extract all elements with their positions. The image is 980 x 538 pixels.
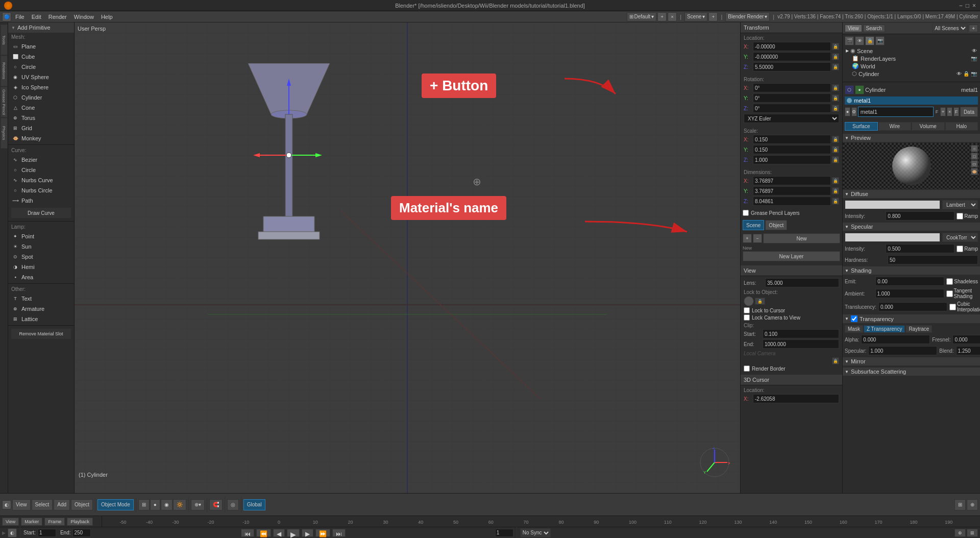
euler-dropdown[interactable]: XYZ Euler (744, 114, 839, 123)
new-material-btn[interactable]: New (763, 233, 840, 243)
specular-trans-input[interactable] (868, 346, 937, 355)
menu-file[interactable]: File (12, 13, 28, 21)
preview-section-header[interactable]: Preview (843, 134, 980, 142)
specular-section-header[interactable]: Specular (843, 223, 980, 231)
diffuse-color-bar[interactable] (845, 200, 940, 209)
screen-delete-btn[interactable]: × (668, 12, 677, 21)
volume-tab[interactable]: Volume (912, 122, 945, 131)
lock-object-btn[interactable]: 🔒 (755, 298, 765, 305)
location-y-lock[interactable]: 🔒 (832, 53, 839, 60)
rotation-z-lock[interactable]: 🔒 (832, 105, 839, 112)
add-primitive-header[interactable]: Add Primitive (8, 22, 74, 33)
tab-physics[interactable]: Physics (1, 118, 8, 149)
timeline-icon-1[interactable]: ⊕ (954, 529, 966, 537)
mesh-cylinder[interactable]: ⬡ Cylinder (8, 92, 74, 103)
location-z-input[interactable] (753, 62, 831, 71)
mesh-cube[interactable]: ⬜ Cube (8, 52, 74, 62)
timeline-frame-btn[interactable]: Frame (44, 518, 65, 526)
mesh-circle[interactable]: ○ Circle (8, 62, 74, 72)
surface-tab[interactable]: Surface (845, 122, 878, 131)
location-x-input[interactable] (753, 42, 831, 51)
jump-end-btn[interactable]: ⏭ (332, 529, 346, 537)
next-keyframe-btn[interactable]: ▶ (302, 529, 313, 537)
preview-plane-btn[interactable]: ▭ (971, 160, 978, 167)
alpha-input[interactable] (861, 335, 930, 344)
lock-camera-checkbox[interactable] (744, 314, 750, 321)
mesh-uv-sphere[interactable]: ◉ UV Sphere (8, 72, 74, 82)
pivot-dropdown[interactable]: ⊕▾ (191, 499, 205, 510)
scale-z-input[interactable] (753, 155, 831, 164)
cursor-x-input[interactable] (753, 394, 839, 403)
screen-add-btn[interactable]: + (657, 12, 667, 21)
tree-scene[interactable]: ▶ ◉ Scene 👁 (845, 47, 978, 55)
mat-fake-user-icon[interactable]: F (953, 107, 959, 116)
curve-nurbs-circle[interactable]: ○ Nurbs Circle (8, 185, 74, 195)
transform-space-btn[interactable]: Global (243, 499, 265, 510)
preview-sphere-btn[interactable]: ○ (971, 145, 978, 152)
menu-render[interactable]: Render (45, 13, 70, 21)
tab-grease-pencil[interactable]: Grease Pencil (1, 87, 8, 117)
lamp-area[interactable]: ▪ Area (8, 272, 74, 282)
dimension-x-input[interactable] (753, 176, 831, 185)
mirror-section-header[interactable]: Mirror (843, 357, 980, 365)
location-y-input[interactable] (753, 52, 831, 61)
mesh-monkey[interactable]: 🐵 Monkey (8, 133, 74, 143)
dimension-y-input[interactable] (753, 186, 831, 195)
diffuse-section-header[interactable]: Diffuse (843, 190, 980, 198)
specular-ramp-check[interactable] (957, 246, 963, 252)
dimension-y-lock[interactable]: 🔒 (832, 187, 839, 194)
window-controls[interactable]: − □ × (959, 2, 976, 9)
timeline-icon-2[interactable]: ⊞ (967, 529, 978, 537)
add-menu-btn[interactable]: Add (54, 499, 70, 510)
mat-new-single-user-icon[interactable]: + (940, 107, 946, 116)
tab-relations[interactable]: Relations (1, 56, 8, 86)
local-camera-lock[interactable]: 🔒 (832, 357, 839, 364)
dimension-z-lock[interactable]: 🔒 (832, 198, 839, 205)
specular-intensity-input[interactable] (886, 244, 954, 253)
scene-icon-4[interactable]: 📷 (875, 36, 885, 45)
prev-keyframe-btn[interactable]: ◀ (273, 529, 285, 537)
curve-bezier[interactable]: ∿ Bezier (8, 155, 74, 165)
data-btn[interactable]: Data (960, 107, 978, 117)
lamp-hemi[interactable]: ◑ Hemi (8, 262, 74, 272)
mesh-cone[interactable]: △ Cone (8, 103, 74, 113)
rotation-x-input[interactable] (753, 83, 831, 92)
translucency-input[interactable] (878, 302, 947, 311)
viewport-type-icon[interactable]: ◐ (2, 500, 11, 509)
grease-pencil-checkbox[interactable] (743, 210, 749, 216)
tree-world[interactable]: 🌍 World (845, 62, 978, 70)
mask-tab-btn[interactable]: Mask (845, 325, 863, 333)
material-shading-btn[interactable]: ◉ (161, 499, 173, 510)
material-list-item[interactable]: metal1 (845, 96, 978, 105)
lamp-spot[interactable]: ⊙ Spot (8, 252, 74, 262)
tab-tools[interactable]: Tools (1, 25, 8, 55)
diffuse-shader-dropdown[interactable]: Lambert (942, 200, 978, 209)
new-layer-btn[interactable]: New Layer (743, 251, 840, 261)
scene-icon-1[interactable]: 🎬 (845, 36, 854, 45)
object-btn[interactable]: Object (765, 220, 787, 230)
dimension-z-input[interactable] (753, 197, 831, 206)
tree-cylinder[interactable]: ⬡ Cylinder 👁 🔒 📷 (845, 70, 978, 78)
object-menu-btn[interactable]: Object (71, 499, 93, 510)
snap-btn[interactable]: 🧲 (209, 499, 223, 510)
next-frame-btn[interactable]: ⏩ (315, 529, 330, 537)
play-btn[interactable]: ▶ (287, 529, 300, 537)
menu-window[interactable]: Window (71, 13, 97, 21)
draw-curve-btn[interactable]: Draw Curve (11, 208, 71, 218)
mesh-ico-sphere[interactable]: ◈ Ico Sphere (8, 82, 74, 92)
location-z-lock[interactable]: 🔒 (832, 63, 839, 70)
ambient-input[interactable] (875, 289, 944, 298)
add-icon-btn[interactable]: + (743, 234, 752, 243)
sync-mode-dropdown[interactable]: No Sync (520, 528, 551, 537)
proportional-btn[interactable]: ◎ (227, 499, 239, 510)
start-frame-input[interactable] (38, 529, 56, 537)
transparency-enabled-check[interactable] (851, 315, 857, 322)
scene-add-btn[interactable]: + (708, 12, 718, 21)
diffuse-intensity-input[interactable] (886, 211, 954, 221)
rotation-z-input[interactable] (753, 104, 831, 113)
scale-x-input[interactable] (753, 135, 831, 144)
diffuse-ramp-check[interactable] (957, 213, 963, 219)
solid-shading-btn[interactable]: ● (150, 499, 160, 510)
clip-end-input[interactable] (763, 339, 839, 349)
rotation-x-lock[interactable]: 🔒 (832, 84, 839, 91)
